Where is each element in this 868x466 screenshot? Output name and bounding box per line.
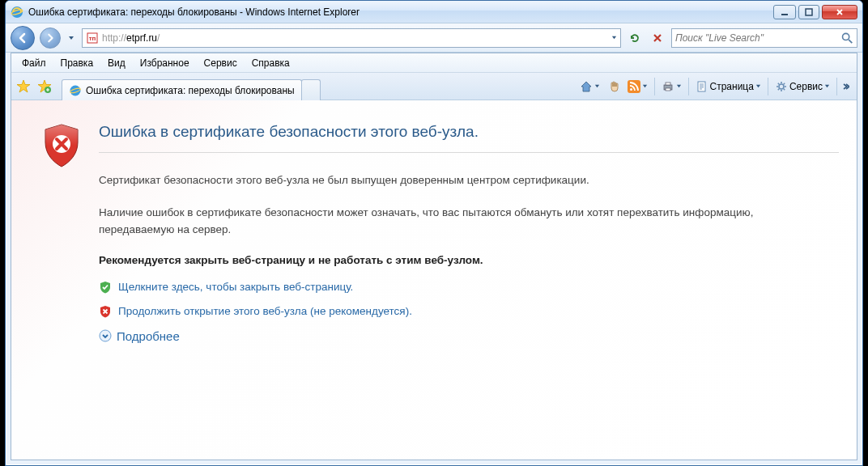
ie-window: Ошибка сертификата: переходы блокированы…: [5, 0, 863, 466]
menu-help[interactable]: Справка: [245, 55, 297, 71]
window-controls: [773, 5, 857, 19]
error-shield-icon: [42, 123, 81, 168]
continue-option: Продолжить открытие этого веб-узла (не р…: [99, 305, 839, 318]
menu-favorites[interactable]: Избранное: [133, 55, 197, 71]
menu-service[interactable]: Сервис: [197, 55, 245, 71]
error-paragraph-1: Сертификат безопасности этого веб-узла н…: [99, 172, 795, 189]
svg-text:тп: тп: [89, 35, 96, 42]
site-favicon-icon: тп: [86, 32, 99, 44]
page-menu-button[interactable]: Страница: [692, 78, 764, 95]
search-input[interactable]: [675, 32, 837, 44]
hand-tool-button[interactable]: [605, 78, 623, 95]
svg-rect-10: [628, 80, 640, 93]
command-tools: Страница Сервис: [577, 74, 853, 99]
tab-strip: Ошибка сертификата: переходы блокированы: [62, 73, 573, 100]
tab-title: Ошибка сертификата: переходы блокированы: [86, 85, 295, 96]
home-button[interactable]: [577, 78, 603, 95]
ie-logo-icon: [11, 6, 23, 19]
error-paragraph-2: Наличие ошибок в сертификате безопасност…: [99, 205, 795, 238]
add-favorite-button[interactable]: [36, 78, 53, 95]
maximize-button[interactable]: [798, 5, 819, 19]
new-tab-button[interactable]: [301, 79, 321, 100]
chevron-down-icon: [676, 83, 682, 89]
close-page-link[interactable]: Щелкните здесь, чтобы закрыть веб-страни…: [118, 281, 353, 293]
shield-ok-icon: [99, 281, 112, 294]
separator: [654, 78, 655, 95]
expand-icon: [99, 329, 112, 342]
chevron-down-icon: [594, 83, 600, 89]
address-dropdown-icon[interactable]: [611, 35, 617, 40]
command-bar: Ошибка сертификата: переходы блокированы…: [11, 73, 857, 100]
svg-rect-13: [666, 83, 670, 85]
refresh-button[interactable]: [626, 29, 644, 47]
tools-menu-button[interactable]: Сервис: [772, 78, 833, 95]
svg-point-16: [779, 84, 784, 89]
close-button[interactable]: [822, 5, 857, 19]
error-recommendation: Рекомендуется закрыть веб-страницу и не …: [99, 254, 839, 266]
chevron-down-icon: [755, 83, 761, 89]
page-icon: [696, 80, 708, 93]
svg-rect-2: [781, 14, 788, 15]
ie-tab-icon: [69, 84, 82, 97]
content-frame: Файл Правка Вид Избранное Сервис Справка…: [11, 53, 857, 460]
shield-warn-icon: [99, 305, 112, 318]
tab-active[interactable]: Ошибка сертификата: переходы блокированы: [62, 79, 302, 100]
page-content: Ошибка в сертификате безопасности этого …: [11, 100, 857, 460]
close-page-option: Щелкните здесь, чтобы закрыть веб-страни…: [99, 281, 839, 294]
history-dropdown[interactable]: [66, 27, 77, 49]
search-icon[interactable]: [840, 31, 853, 45]
svg-rect-3: [806, 9, 812, 15]
menu-view[interactable]: Вид: [100, 55, 133, 71]
error-heading: Ошибка в сертификате безопасности этого …: [99, 123, 839, 153]
svg-point-18: [100, 330, 111, 341]
stop-button[interactable]: [649, 29, 666, 47]
menu-file[interactable]: Файл: [15, 55, 53, 71]
chevron-down-icon: [642, 83, 648, 89]
back-button[interactable]: [11, 26, 35, 50]
svg-rect-15: [698, 82, 705, 91]
favorites-star-button[interactable]: [15, 78, 32, 95]
menu-bar: Файл Правка Вид Избранное Сервис Справка: [11, 53, 857, 73]
svg-rect-14: [666, 88, 670, 91]
overflow-button[interactable]: [840, 74, 850, 99]
titlebar: Ошибка сертификата: переходы блокированы…: [6, 1, 862, 23]
tools-menu-label: Сервис: [789, 81, 823, 92]
more-info-toggle[interactable]: Подробнее: [99, 329, 839, 343]
page-menu-label: Страница: [710, 81, 754, 92]
search-box[interactable]: [671, 28, 857, 48]
more-info-label: Подробнее: [117, 329, 180, 343]
print-button[interactable]: [658, 78, 685, 95]
minimize-button[interactable]: [773, 5, 796, 19]
forward-button[interactable]: [40, 28, 61, 49]
navigation-bar: тп http://etprf.ru/: [6, 23, 862, 53]
continue-link[interactable]: Продолжить открытие этого веб-узла (не р…: [118, 305, 412, 317]
feeds-button[interactable]: [624, 78, 651, 95]
address-bar[interactable]: тп http://etprf.ru/: [82, 28, 621, 48]
window-title: Ошибка сертификата: переходы блокированы…: [28, 6, 360, 18]
svg-point-11: [630, 88, 632, 91]
gear-icon: [775, 80, 788, 93]
url-text[interactable]: http://etprf.ru/: [102, 32, 608, 44]
separator: [688, 78, 689, 95]
separator: [768, 78, 768, 95]
chevron-down-icon: [824, 83, 830, 89]
svg-point-6: [842, 33, 849, 40]
menu-edit[interactable]: Правка: [53, 55, 101, 71]
separator: [836, 78, 837, 95]
